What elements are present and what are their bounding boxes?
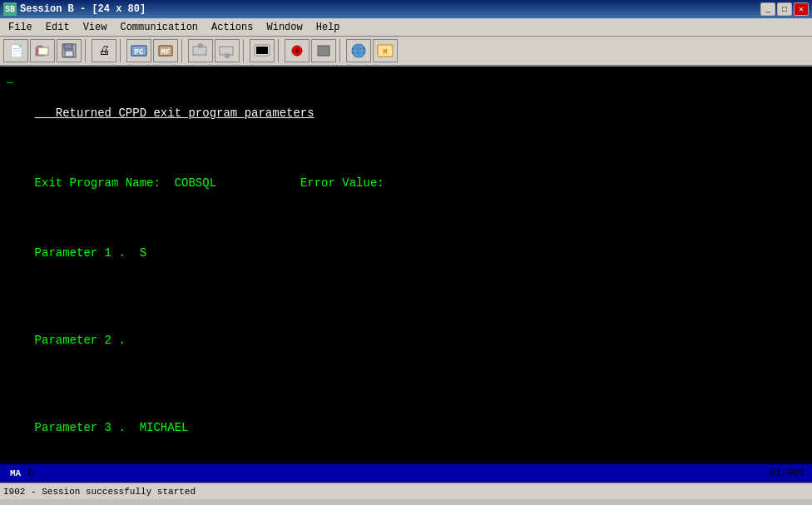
toolbar: 📄 🖨 PC MF M <box>0 37 812 67</box>
param3-label: Parameter 3 . <box>35 421 140 434</box>
maximize-button[interactable]: □ <box>777 2 792 16</box>
title-bar: SB Session B - [24 x 80] _ □ ✕ <box>0 0 812 18</box>
svg-rect-2 <box>38 47 48 55</box>
window-title: Session B - [24 x 80] <box>20 3 146 15</box>
terminal-screen[interactable]: _ Returned CPPD exit program parameters … <box>0 67 812 464</box>
toolbar-new[interactable]: 📄 <box>3 39 28 62</box>
svg-rect-11 <box>199 44 202 47</box>
toolbar-btn-2[interactable]: MF <box>153 39 178 62</box>
terminal-param1: Parameter 1 . S <box>7 227 805 280</box>
terminal-exit-program: Exit Program Name: COBSQL Error Value: <box>7 157 805 210</box>
toolbar-print[interactable]: 🖨 <box>92 39 116 62</box>
svg-rect-4 <box>64 44 72 49</box>
svg-rect-13 <box>225 54 229 57</box>
terminal-param3: Parameter 3 . MICHAEL <box>7 402 805 454</box>
param1-label: Parameter 1 . <box>35 246 140 260</box>
terminal-blank-4 <box>7 297 805 314</box>
error-value-label: Error Value: <box>216 176 384 190</box>
menu-actions[interactable]: Actions <box>205 20 260 35</box>
status-bar-bottom: I902 - Session successfully started <box>0 483 812 499</box>
terminal-title: Returned CPPD exit program parameters <box>7 87 805 140</box>
menu-edit[interactable]: Edit <box>39 20 77 35</box>
status-message: I902 - Session successfully started <box>3 487 196 497</box>
svg-rect-19 <box>318 46 329 56</box>
toolbar-btn-stop[interactable] <box>311 39 336 62</box>
minimize-button[interactable]: _ <box>760 2 775 16</box>
app-icon: SB <box>3 2 17 16</box>
toolbar-btn-1[interactable]: PC <box>126 39 151 62</box>
param1-value: S <box>140 246 146 260</box>
session-label: b <box>27 468 33 479</box>
toolbar-btn-4[interactable] <box>215 39 240 62</box>
svg-text:MF: MF <box>161 48 171 57</box>
toolbar-open[interactable] <box>30 39 55 62</box>
terminal-cursor: _ <box>7 70 805 87</box>
terminal-title-text: Returned CPPD exit program parameters <box>35 106 314 120</box>
page-indicator: 01/001 <box>770 468 805 479</box>
menu-view[interactable]: View <box>77 20 114 35</box>
terminal-blank-2 <box>7 210 805 227</box>
param2-label: Parameter 2 . <box>35 334 126 347</box>
ma-indicator: MA <box>7 468 24 479</box>
terminal-param2: Parameter 2 . <box>7 314 805 367</box>
terminal-blank-1 <box>7 140 805 157</box>
toolbar-sep-4 <box>243 39 246 62</box>
terminal-blank-3 <box>7 280 805 297</box>
svg-rect-5 <box>65 51 73 57</box>
toolbar-btn-screen[interactable] <box>250 39 275 62</box>
menu-communication[interactable]: Communication <box>113 20 205 35</box>
terminal-blank-7 <box>7 454 805 464</box>
svg-text:PC: PC <box>135 48 144 57</box>
toolbar-sep-6 <box>339 39 343 62</box>
menu-bar: File Edit View Communication Actions Win… <box>0 18 812 37</box>
toolbar-btn-3[interactable] <box>188 39 213 62</box>
toolbar-sep-3 <box>181 39 185 62</box>
status-bar-top: MA b 01/001 <box>0 464 812 483</box>
menu-file[interactable]: File <box>2 20 39 35</box>
exit-program-value: COBSQL <box>175 176 216 190</box>
toolbar-sep-2 <box>120 39 123 62</box>
toolbar-btn-rec[interactable] <box>285 39 309 62</box>
svg-point-18 <box>295 48 300 53</box>
menu-help[interactable]: Help <box>309 20 347 35</box>
svg-rect-15 <box>256 47 268 54</box>
toolbar-sep-5 <box>278 39 281 62</box>
svg-rect-16 <box>260 56 265 57</box>
svg-text:M: M <box>383 48 387 57</box>
param3-value: MICHAEL <box>140 421 189 434</box>
menu-window[interactable]: Window <box>260 20 309 35</box>
toolbar-sep-1 <box>85 39 88 62</box>
exit-program-label: Exit Program Name: <box>35 176 175 190</box>
toolbar-globe[interactable] <box>346 39 371 62</box>
terminal-blank-6 <box>7 384 805 402</box>
toolbar-save[interactable] <box>57 39 82 62</box>
close-button[interactable]: ✕ <box>794 2 809 16</box>
toolbar-macro[interactable]: M <box>373 39 398 62</box>
terminal-blank-5 <box>7 367 805 384</box>
